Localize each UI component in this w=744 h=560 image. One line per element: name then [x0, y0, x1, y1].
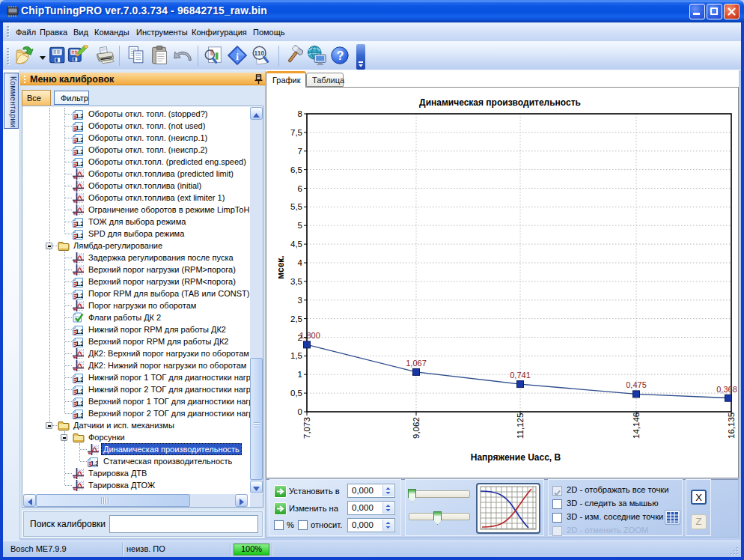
svg-text:1.2: 1.2	[76, 147, 83, 156]
svg-text:6,5: 6,5	[290, 165, 302, 174]
svg-text:1,5: 1,5	[290, 351, 302, 360]
svg-text:1.2: 1.2	[76, 375, 83, 383]
svg-text:1,067: 1,067	[406, 359, 427, 368]
svg-text:?: ?	[337, 49, 344, 62]
svg-text:16,135: 16,135	[727, 413, 736, 439]
svg-text:7: 7	[298, 147, 302, 156]
svg-text:1.2: 1.2	[76, 339, 83, 347]
svg-text:4: 4	[298, 258, 303, 267]
svg-text:4,5: 4,5	[290, 240, 302, 249]
svg-text:2,5: 2,5	[290, 314, 302, 323]
svg-text:1.2: 1.2	[76, 291, 83, 299]
svg-text:1.2: 1.2	[76, 124, 83, 132]
svg-text:мсек.: мсек.	[275, 255, 286, 279]
svg-text:1,800: 1,800	[299, 331, 320, 340]
svg-text:3,5: 3,5	[290, 277, 302, 286]
svg-text:0: 0	[298, 407, 302, 416]
svg-text:1.2: 1.2	[76, 279, 83, 287]
svg-text:1.2: 1.2	[76, 159, 83, 168]
svg-text:0,475: 0,475	[626, 380, 647, 389]
svg-text:1.2: 1.2	[76, 327, 83, 335]
svg-text:0,741: 0,741	[510, 371, 531, 380]
svg-text:Напряжение Uacc, В: Напряжение Uacc, В	[471, 452, 561, 463]
svg-text:1.2: 1.2	[76, 112, 83, 120]
svg-text:3: 3	[298, 296, 302, 305]
svg-text:1: 1	[298, 370, 302, 379]
svg-text:6: 6	[298, 184, 302, 193]
svg-text:i: i	[236, 51, 239, 62]
svg-text:0,368: 0,368	[716, 385, 737, 394]
svg-text:7,073: 7,073	[302, 417, 311, 439]
svg-text:1.2: 1.2	[76, 387, 83, 395]
svg-text:11,125: 11,125	[516, 413, 525, 439]
svg-text:Динамическая производительност: Динамическая производительность	[419, 97, 581, 108]
svg-text:5,5: 5,5	[290, 202, 302, 211]
svg-text:1.2: 1.2	[76, 136, 83, 144]
svg-text:110: 110	[254, 49, 265, 57]
svg-text:14,146: 14,146	[632, 413, 641, 439]
svg-text:8: 8	[298, 109, 302, 118]
svg-text:1.2: 1.2	[91, 459, 98, 467]
svg-text:9,062: 9,062	[412, 417, 421, 439]
svg-text:1.2: 1.2	[76, 219, 83, 228]
svg-text:5: 5	[298, 221, 302, 230]
svg-text:0,5: 0,5	[290, 389, 302, 398]
svg-text:1.2: 1.2	[76, 399, 83, 407]
svg-text:1.2: 1.2	[76, 231, 83, 240]
svg-text:7,5: 7,5	[290, 128, 302, 137]
svg-text:1.2: 1.2	[76, 411, 83, 419]
